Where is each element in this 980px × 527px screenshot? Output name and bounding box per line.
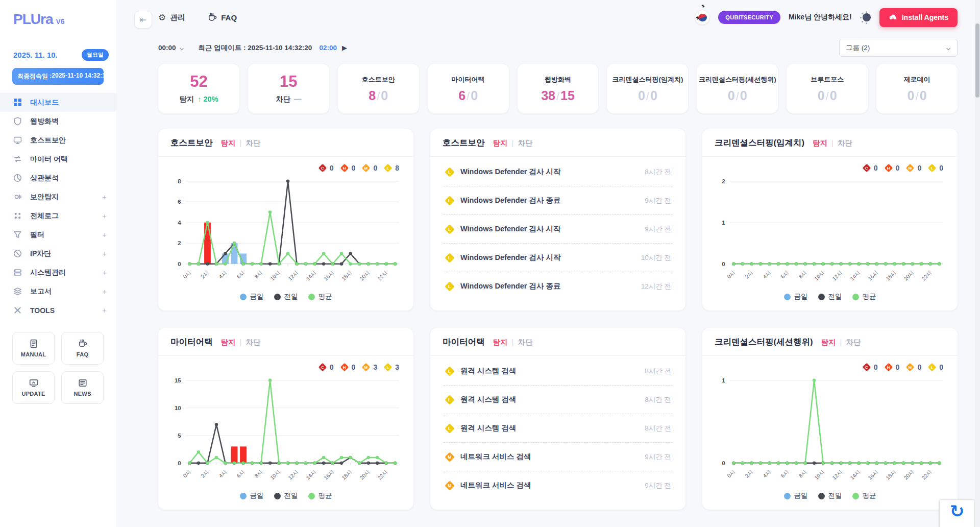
recaptcha-badge[interactable]: ↻ [939,499,975,527]
sidebar-item-server[interactable]: 시스템관리+ [0,263,116,282]
summary-value: 52 [190,74,207,89]
manage-label: 관리 [170,13,185,22]
svg-text:10시: 10시 [270,469,281,481]
plus-icon[interactable]: + [102,249,107,258]
event-text: Windows Defender 검사 시작 [460,224,560,234]
event-list-item[interactable]: LWindows Defender 검사 시작10시간 전 [444,244,672,272]
stat-card-마이터어택[interactable]: 마이터어택6/0 [428,64,509,113]
tab-block[interactable]: 차단 [846,338,861,347]
event-text: 원격 시스템 검색 [460,395,517,404]
sidebar-item-scan[interactable]: 보안탐지+ [0,187,116,206]
plus-icon[interactable]: + [102,193,107,201]
scan-icon [13,193,22,201]
event-text: Windows Defender 검사 시작 [460,253,560,262]
sidebar-item-funnel[interactable]: 필터+ [0,225,116,244]
sidebar-menu: 대시보드웹방화벽호스트보안마이터 어택상관분석보안탐지+전체로그+필터+IP차단… [0,93,116,320]
sidebar-item-host[interactable]: 호스트보안 [0,131,116,150]
svg-text:8시: 8시 [798,469,807,478]
event-list-item[interactable]: LWindows Defender 검사 종료9시간 전 [444,186,672,215]
tool-box-faq[interactable]: FAQ [61,332,104,365]
tab-block[interactable]: 차단 [246,138,260,148]
event-list-item[interactable]: M네트워크 서비스 검색9시간 전 [444,443,672,471]
stat-card-제로데이[interactable]: 제로데이0/0 [876,64,958,113]
panel-title: 호스트보안 [443,137,485,149]
sidebar-item-x[interactable]: TOOLS+ [0,301,116,320]
event-time: 8시간 전 [645,424,671,433]
korea-flag-icon[interactable] [695,10,710,25]
severity-L-count: 0 [939,363,943,371]
play-icon[interactable]: ▶ [342,44,347,52]
tool-box-update[interactable]: UPDATE [12,371,55,404]
summary-card-탐지[interactable]: 52탐지↑ 20% [158,64,239,113]
summary-card-차단[interactable]: 15차단— [248,64,329,113]
severity-M-icon: M [362,164,371,173]
event-list-item[interactable]: L원격 시스템 검색8시간 전 [444,414,672,443]
tab-block[interactable]: 차단 [518,138,532,148]
event-list-item[interactable]: LWindows Defender 검사 시작9시간 전 [444,215,672,244]
plus-icon[interactable]: + [102,287,107,296]
severity-L-icon: L [928,164,937,173]
svg-text:6시: 6시 [780,469,790,478]
event-list-item[interactable]: L원격 시스템 검색8시간 전 [444,357,672,386]
legend-dot [308,493,315,499]
svg-text:22시: 22시 [921,270,933,281]
severity-C-icon: C [862,363,871,372]
legend-dot [784,294,791,300]
tab-block[interactable]: 차단 [518,338,532,347]
panel-title: 크리덴셜스터핑(세션행위) [715,337,813,348]
event-list-item[interactable]: LWindows Defender 검사 시작8시간 전 [444,158,672,186]
tab-detect[interactable]: 탐지 [813,138,827,148]
svg-text:4시: 4시 [218,469,228,478]
chart-legend: 금일전일평균 [713,490,947,505]
theme-toggle-icon[interactable] [860,12,871,23]
event-list-item[interactable]: M네트워크 서비스 검색9시간 전 [444,471,672,499]
tab-detect[interactable]: 탐지 [221,138,236,148]
org-badge[interactable]: QUBITSECURITY [718,11,780,24]
sidebar-collapse-button[interactable]: ⇤ [134,11,152,29]
manage-button[interactable]: ⚙ 관리 [158,12,185,23]
sidebar-item-dots[interactable]: 전체로그+ [0,206,116,225]
stat-card-크리덴셜스터핑(임계치)[interactable]: 크리덴셜스터핑(임계치)0/0 [607,64,688,113]
sidebar-item-ban[interactable]: IP차단+ [0,244,116,263]
legend-label: 전일 [828,292,842,301]
faq-button[interactable]: FAQ [208,13,237,22]
severity-L: L8 [385,164,399,172]
stat-card-웹방화벽[interactable]: 웹방화벽38/15 [518,64,599,113]
scrollbar-thumb[interactable] [975,23,979,98]
main-content: ⇤ ⚙ 관리 FAQ QUBITSECURITY Mike님 안녕하세요! In… [116,0,980,527]
sidebar-item-label: 보고서 [30,287,52,296]
sidebar-item-grid[interactable]: 대시보드 [0,93,116,112]
svg-text:18시: 18시 [341,270,353,281]
sidebar-item-mitre[interactable]: 마이터 어택 [0,150,116,169]
event-list-item[interactable]: LWindows Defender 검사 종료12시간 전 [444,272,672,300]
severity-H: H0 [341,363,356,371]
tab-detect[interactable]: 탐지 [493,138,508,148]
tab-block[interactable]: 차단 [246,338,260,347]
stat-card-브루트포스[interactable]: 브루트포스0/0 [787,64,868,113]
group-select[interactable]: 그룹 (2) [839,39,958,57]
scrollbar-track[interactable] [975,0,980,527]
svg-text:14시: 14시 [849,270,861,281]
panel-크리덴셜스터핑(세션행위)-chart: 크리덴셜스터핑(세션행위)탐지|차단C0H0M0L0010시2시4시6시8시10… [702,328,958,510]
tab-block[interactable]: 차단 [838,138,852,148]
event-list-item[interactable]: L원격 시스템 검색8시간 전 [444,386,672,414]
tab-detect[interactable]: 탐지 [493,338,508,347]
summary-label: 탐지 [179,94,194,104]
stat-card-호스트보안[interactable]: 호스트보안8/0 [338,64,419,113]
tab-detect[interactable]: 탐지 [821,338,836,347]
svg-text:0시: 0시 [182,469,192,478]
tab-detect[interactable]: 탐지 [221,338,236,347]
tool-box-news[interactable]: NEWS [61,371,104,404]
app-logo[interactable]: PLUraV6 [0,10,116,28]
stat-card-크리덴셜스터핑(세션행위)[interactable]: 크리덴셜스터핑(세션행위)0/0 [697,64,778,113]
plus-icon[interactable]: + [102,268,107,277]
plus-icon[interactable]: + [102,230,107,239]
sidebar-item-pie[interactable]: 상관분석 [0,169,116,187]
install-agents-button[interactable]: Install Agents [879,8,958,27]
sidebar-item-shield[interactable]: 웹방화벽 [0,112,116,131]
time-select[interactable]: 00:00 [158,44,184,52]
plus-icon[interactable]: + [102,211,107,220]
tool-box-manual[interactable]: MANUAL [12,332,55,365]
plus-icon[interactable]: + [102,306,107,315]
sidebar-item-layers[interactable]: 보고서+ [0,282,116,301]
